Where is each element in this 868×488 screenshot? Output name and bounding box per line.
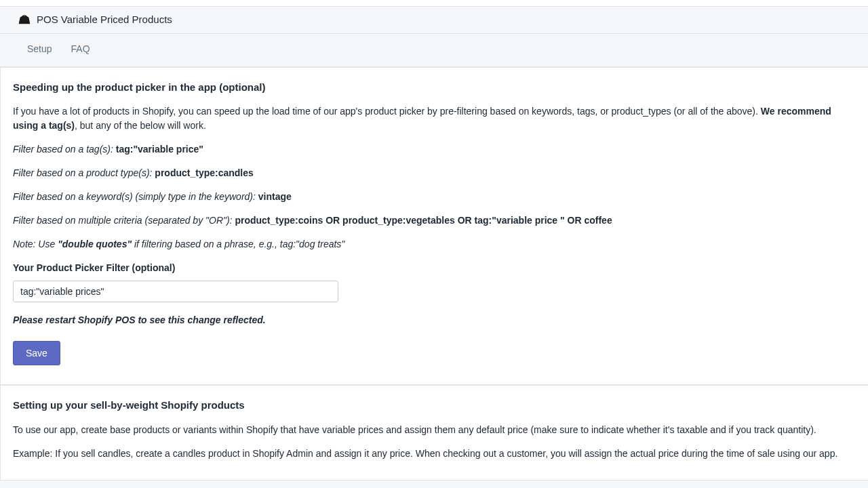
browser-top-gap — [0, 0, 868, 7]
filter-multi-value: product_type:coins OR product_type:veget… — [235, 215, 612, 226]
tab-bar: Setup FAQ — [0, 34, 868, 67]
filter-multi-label: Filter based on multiple criteria (separ… — [13, 215, 235, 226]
note-prefix: Note: Use — [13, 239, 58, 249]
app-logo-icon — [18, 14, 31, 25]
save-button[interactable]: Save — [13, 341, 60, 365]
filter-note: Note: Use "double quotes" if filtering b… — [13, 237, 856, 251]
filter-example-type: Filter based on a product type(s): produ… — [13, 166, 856, 180]
filter-type-label: Filter based on a product type(s): — [13, 167, 155, 178]
section2-heading: Setting up your sell-by-weight Shopify p… — [13, 398, 856, 413]
intro-text-b: , but any of the below will work. — [75, 120, 206, 131]
filter-tag-label: Filter based on a tag(s): — [13, 144, 116, 155]
app-header: POS Variable Priced Products — [0, 7, 868, 34]
section-sell-by-weight: Setting up your sell-by-weight Shopify p… — [1, 385, 868, 481]
restart-note: Please restart Shopify POS to see this c… — [13, 313, 856, 327]
tab-setup[interactable]: Setup — [18, 34, 62, 66]
filter-type-value: product_type:candles — [155, 167, 253, 178]
filter-input[interactable] — [13, 281, 338, 302]
section-heading: Speeding up the product picker in the ap… — [13, 80, 856, 96]
app-title: POS Variable Priced Products — [37, 12, 172, 28]
section2-para1: To use our app, create base products or … — [13, 423, 856, 437]
section2-para2: Example: If you sell candles, create a c… — [13, 447, 856, 461]
section-speed-up-picker: Speeding up the product picker in the ap… — [1, 67, 868, 386]
filter-tag-value: tag:"variable price" — [116, 144, 203, 155]
intro-paragraph: If you have a lot of products in Shopify… — [13, 104, 856, 133]
note-quotes: "double quotes" — [58, 239, 132, 249]
filter-example-keyword: Filter based on a keyword(s) (simply typ… — [13, 190, 856, 204]
filter-example-multi: Filter based on multiple criteria (separ… — [13, 214, 856, 228]
filter-example-tag: Filter based on a tag(s): tag:"variable … — [13, 142, 856, 157]
note-suffix: if filtering based on a phrase, e.g., ta… — [132, 239, 344, 249]
intro-text-a: If you have a lot of products in Shopify… — [13, 106, 761, 117]
filter-input-label: Your Product Picker Filter (optional) — [13, 261, 856, 275]
tab-faq[interactable]: FAQ — [62, 34, 100, 66]
filter-keyword-value: vintage — [258, 191, 292, 202]
filter-keyword-label: Filter based on a keyword(s) (simply typ… — [13, 191, 258, 202]
